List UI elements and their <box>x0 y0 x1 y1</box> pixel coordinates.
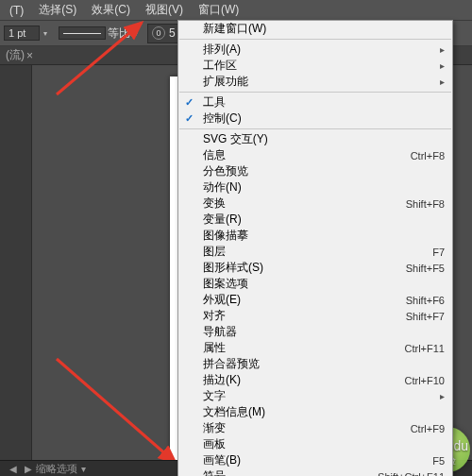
menu-item-label: 分色预览 <box>203 163 445 179</box>
menu-item-label: 变换 <box>203 196 406 212</box>
menu-item-shortcut: Ctrl+F11 <box>405 343 446 354</box>
menu-item-label: 属性 <box>203 340 405 356</box>
menu-item[interactable]: 描边(K)Ctrl+F10 <box>178 372 452 388</box>
menu-item[interactable]: 变量(R) <box>178 212 452 228</box>
menu-item-label: 拼合器预览 <box>203 356 445 372</box>
menu-item-shortcut: Shift+F6 <box>406 295 445 306</box>
menu-item-label: 描边(K) <box>203 372 405 388</box>
menu-item-shortcut: Ctrl+F10 <box>405 375 446 386</box>
menu-window[interactable]: 窗口(W) <box>191 0 246 20</box>
menu-item[interactable]: 对齐Shift+F7 <box>178 308 452 324</box>
menu-item-label: 文字 <box>203 388 445 404</box>
menu-separator <box>179 92 451 93</box>
menu-item-shortcut: Ctrl+F9 <box>411 423 445 434</box>
menu-item[interactable]: 信息Ctrl+F8 <box>178 147 452 163</box>
menu-item[interactable]: ✓工具 <box>178 94 452 110</box>
chevron-right-icon[interactable]: ▶ <box>25 464 32 474</box>
chevron-down-icon[interactable]: ▾ <box>40 29 51 38</box>
menu-type[interactable]: (T) <box>2 2 31 19</box>
check-icon: ✓ <box>185 96 194 109</box>
menu-item-label: 图形样式(S) <box>203 260 406 276</box>
menu-item[interactable]: 图层F7 <box>178 244 452 260</box>
menu-item[interactable]: 属性Ctrl+F11 <box>178 340 452 356</box>
tools-sidebar[interactable] <box>0 65 32 476</box>
stroke-weight-field[interactable]: ▾ <box>4 26 51 41</box>
menu-item-label: 信息 <box>203 147 411 163</box>
menu-item[interactable]: 图像描摹 <box>178 228 452 244</box>
line-sample-icon <box>59 26 106 40</box>
menu-item-label: 扩展功能 <box>203 74 445 90</box>
menu-item[interactable]: 新建窗口(W) <box>178 21 452 37</box>
stroke-weight-input[interactable] <box>4 26 40 41</box>
menu-item[interactable]: 动作(N) <box>178 179 452 196</box>
menu-item-label: 变量(R) <box>203 212 445 228</box>
menu-select[interactable]: 选择(S) <box>31 0 84 20</box>
menu-item-label: 图层 <box>203 244 432 260</box>
check-icon: ✓ <box>185 112 194 125</box>
menu-item[interactable]: 渐变Ctrl+F9 <box>178 420 452 436</box>
menu-item-label: 排列(A) <box>203 42 445 58</box>
menu-item-shortcut: Shift+F7 <box>406 311 445 322</box>
menu-item-label: 外观(E) <box>203 292 406 308</box>
menu-item-label: 文档信息(M) <box>203 404 445 420</box>
menu-item[interactable]: 排列(A) <box>178 42 452 58</box>
menu-separator <box>179 128 451 129</box>
chevron-down-icon[interactable]: ▾ <box>81 464 86 474</box>
status-label: 缩略选项 <box>36 462 77 476</box>
menu-item-label: 动作(N) <box>203 179 445 196</box>
menu-view[interactable]: 视图(V) <box>138 0 191 20</box>
menu-item-shortcut: Shift+F8 <box>406 198 445 210</box>
menu-item-label: 渐变 <box>203 420 411 436</box>
menu-item[interactable]: 导航器 <box>178 324 452 340</box>
stroke-style-field[interactable]: 等比 ▾ <box>57 26 142 42</box>
menu-item-label: 工作区 <box>203 58 445 74</box>
menu-item-label: 图案选项 <box>203 276 445 292</box>
menu-item-label: 符号 <box>203 468 378 476</box>
chevron-left-icon[interactable]: ◀ <box>9 464 17 474</box>
menu-item-label: 图像描摹 <box>203 228 445 244</box>
menu-item-label: 新建窗口(W) <box>203 21 445 37</box>
chevron-down-icon[interactable]: ▾ <box>130 29 142 38</box>
menu-item-label: 画板 <box>203 436 445 452</box>
menu-item-label: 画笔(B) <box>203 452 432 468</box>
menubar: (T) 选择(S) 效果(C) 视图(V) 窗口(W) <box>0 0 472 20</box>
menu-item-label: SVG 交互(Y) <box>203 131 445 147</box>
close-icon[interactable]: × <box>26 49 33 62</box>
menu-item[interactable]: 画板 <box>178 436 452 452</box>
menu-item-shortcut: Shift+Ctrl+F11 <box>378 471 445 477</box>
menu-item[interactable]: 文字 <box>178 388 452 404</box>
menu-item[interactable]: 画笔(B)F5 <box>178 452 452 468</box>
menu-item[interactable]: 扩展功能 <box>178 74 452 90</box>
menu-item-label: 导航器 <box>203 324 445 340</box>
menu-item-label: 工具 <box>203 94 445 110</box>
menu-item-shortcut: F5 <box>432 455 445 467</box>
menu-item[interactable]: 分色预览 <box>178 163 452 179</box>
menu-item-shortcut: Ctrl+F8 <box>411 150 445 162</box>
menu-item[interactable]: 符号Shift+Ctrl+F11 <box>178 468 452 476</box>
menu-item[interactable]: ✓控制(C) <box>178 110 452 127</box>
stroke-style-label: 等比 <box>108 26 130 42</box>
menu-separator <box>179 39 451 40</box>
menu-item-shortcut: Shift+F5 <box>406 263 445 274</box>
circle-icon: 0 <box>152 26 165 40</box>
menu-item[interactable]: SVG 交互(Y) <box>178 131 452 147</box>
menu-item[interactable]: 工作区 <box>178 58 452 74</box>
menu-item[interactable]: 变换Shift+F8 <box>178 196 452 212</box>
menu-effect[interactable]: 效果(C) <box>84 0 138 20</box>
menu-item[interactable]: 图形样式(S)Shift+F5 <box>178 260 452 276</box>
menu-item[interactable]: 文档信息(M) <box>178 404 452 420</box>
menu-item[interactable]: 外观(E)Shift+F6 <box>178 292 452 308</box>
menu-item-shortcut: F7 <box>432 246 445 258</box>
menu-item-label: 对齐 <box>203 308 406 324</box>
menu-item-label: 控制(C) <box>203 110 445 127</box>
document-tab-label: (流) <box>6 47 25 63</box>
window-menu: 新建窗口(W)排列(A)工作区扩展功能✓工具✓控制(C)SVG 交互(Y)信息C… <box>177 20 453 476</box>
menu-item[interactable]: 拼合器预览 <box>178 356 452 372</box>
menu-item[interactable]: 图案选项 <box>178 276 452 292</box>
